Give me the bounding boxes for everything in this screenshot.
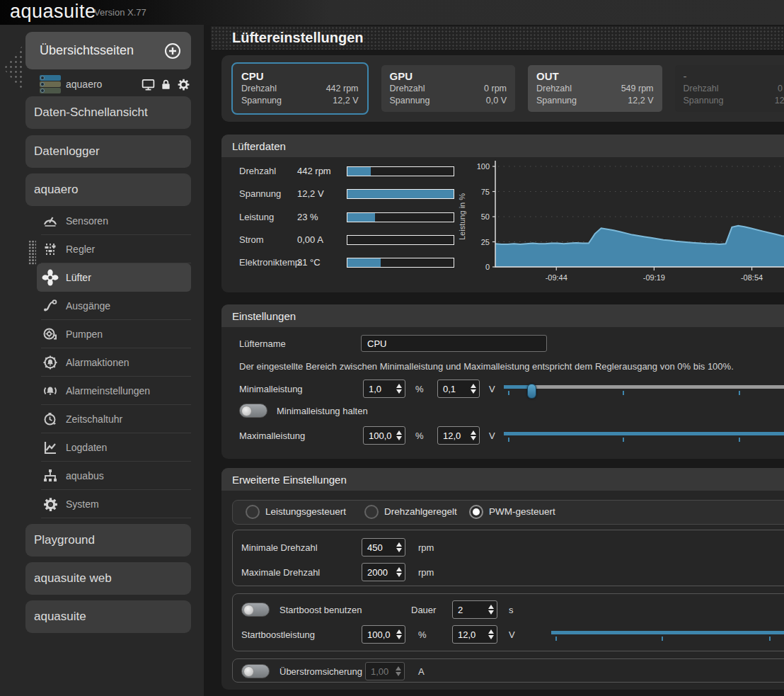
overcurrent-toggle[interactable] [241, 664, 270, 678]
min-power-slider[interactable] [504, 381, 784, 397]
fan-card-cpu[interactable]: CPU Drehzahl442 rpm Spannung12,2 V [231, 62, 369, 115]
value-bar [347, 258, 454, 268]
performance-chart: 0255075100-09:44-09:19-08:54Leistung in … [455, 157, 784, 292]
sidebar-item-quick-view[interactable]: Daten-Schnellansicht [25, 96, 191, 129]
max-rpm-label: Maximale Drehzahl [241, 567, 320, 578]
svg-text:-08:54: -08:54 [741, 273, 763, 282]
sidebar-item-overview-pages[interactable]: Übersichtsseiten [25, 32, 191, 69]
spinner-arrows[interactable] [485, 601, 497, 618]
settings-panel: Einstellungen Lüftername Der eingestellt… [221, 304, 784, 459]
sidebar-item-alarmaktionen[interactable]: Alarmaktionen [37, 348, 191, 377]
sidebar-item-playground[interactable]: Playground [25, 524, 191, 557]
fan-data-row: Drehzahl 442 rpm [221, 164, 462, 178]
fan-card-out[interactable]: OUT Drehzahl549 rpm Spannung12,2 V [528, 65, 662, 112]
sidebar-item-zeitschaltuhr[interactable]: Zeitschaltuhr [37, 405, 191, 433]
main-content: Lüftereinstellungen CPU Drehzahl442 rpm … [204, 25, 784, 696]
advanced-settings-panel: Erweiterte Einstellungen Leistungsgesteu… [221, 468, 784, 690]
plus-circle-icon [164, 42, 181, 59]
svg-text:0: 0 [485, 263, 490, 271]
radio-leistungsgesteuert[interactable] [246, 505, 260, 519]
overview-page-aquaero[interactable]: aquaero [25, 72, 191, 97]
sidebar-item-sensoren[interactable]: Sensoren [37, 207, 191, 235]
device-submenu: Sensoren Regler [37, 207, 191, 518]
fan-name-input[interactable] [361, 335, 547, 352]
line-chart-icon [41, 438, 59, 457]
timer-icon [41, 410, 59, 428]
fan-data-panel: Lüfterdaten Drehzahl 442 rpm Spannung 12… [221, 135, 784, 292]
svg-text:50: 50 [481, 212, 490, 221]
sidebar-item-pumpen[interactable]: Pumpen [37, 320, 191, 348]
bell-waves-icon [41, 382, 59, 400]
fan-icon [41, 268, 59, 287]
spinner-arrows[interactable] [393, 427, 405, 444]
radio-pwm-gesteuert[interactable] [469, 505, 483, 519]
value-bar [347, 212, 454, 222]
radio-drehzahlgeregelt[interactable] [364, 505, 379, 519]
max-power-volt-spinner[interactable]: 12,0 [437, 426, 480, 445]
page-title-bar: Lüftereinstellungen [211, 26, 784, 50]
startboost-toggle[interactable] [241, 603, 270, 617]
fan-card-unused[interactable]: - Drehzahl0 rpm Spannung12,1 V [675, 65, 784, 112]
spinner-arrows[interactable] [485, 626, 497, 643]
sidebar-item-luefter[interactable]: Lüfter [37, 263, 191, 292]
bell-gear-icon [41, 353, 59, 372]
min-power-volt-spinner[interactable]: 0,1 [437, 380, 480, 398]
sidebar-item-regler[interactable]: Regler [37, 235, 191, 263]
sidebar-item-aquasuite[interactable]: aquasuite [25, 600, 191, 633]
spinner-arrows [393, 663, 404, 680]
min-rpm-spinner[interactable]: 450 [362, 538, 405, 557]
value-bar [347, 235, 454, 245]
sidebar-item-alarmeinstellungen[interactable]: Alarmeinstellungen [37, 377, 191, 405]
sidebar-item-aquasuite-web[interactable]: aquasuite web [25, 562, 191, 595]
startboost-volt-spinner[interactable]: 12,0 [452, 625, 497, 644]
fan-selector-strip: CPU Drehzahl442 rpm Spannung12,2 V GPU D… [221, 55, 784, 122]
min-power-percent-spinner[interactable]: 1,0 [363, 380, 405, 398]
overcurrent-spinner[interactable]: 1,00 [365, 662, 405, 680]
sidebar-item-datalogger[interactable]: Datenlogger [25, 135, 191, 168]
fan-data-row: Strom 0,00 A [221, 233, 462, 247]
sidebar-item-ausgaenge[interactable]: Ausgänge [37, 292, 191, 320]
advanced-settings-header: Erweiterte Einstellungen [221, 468, 784, 491]
svg-text:-09:44: -09:44 [546, 273, 567, 282]
top-bar: aquasuite Version X.77 [0, 0, 784, 25]
fan-data-row: Spannung 12,2 V [221, 187, 462, 201]
spinner-arrows[interactable] [393, 380, 405, 397]
sidebar-item-logdaten[interactable]: Logdaten [37, 433, 191, 462]
spinner-arrows[interactable] [393, 564, 405, 581]
spinner-arrows[interactable] [393, 626, 405, 643]
app-logo: aquasuite [10, 1, 96, 23]
fan-data-header: Lüfterdaten [221, 135, 784, 157]
max-power-slider[interactable] [504, 428, 784, 443]
fan-card-gpu[interactable]: GPU Drehzahl0 rpm Spannung0,0 V [381, 65, 516, 112]
gauge-icon [41, 212, 59, 230]
max-rpm-spinner[interactable]: 2000 [362, 563, 405, 581]
duration-spinner[interactable]: 2 [452, 600, 497, 619]
decorative-dot-arrow [4, 45, 23, 93]
selected-item-dots-indicator [28, 240, 36, 266]
lock-icon[interactable] [159, 78, 173, 91]
range-description: Der eingestellte Bereich zwischen Minima… [239, 361, 734, 372]
startboost-power-label: Startboostleistung [241, 629, 315, 640]
startboost-slider[interactable] [551, 627, 784, 642]
settings-header: Einstellungen [221, 304, 784, 327]
sidebar-item-aquabus[interactable]: aquabus [37, 462, 191, 490]
hold-min-power-toggle[interactable] [239, 404, 267, 418]
sidebar-item-aquaero-device[interactable]: aquaero [25, 173, 191, 206]
spinner-arrows[interactable] [468, 427, 479, 444]
sliders-icon [41, 240, 59, 258]
duration-label: Dauer [411, 605, 436, 615]
slider-thumb[interactable] [527, 384, 536, 399]
spinner-arrows[interactable] [393, 539, 405, 556]
max-power-percent-spinner[interactable]: 100,0 [363, 426, 405, 445]
monitor-icon[interactable] [141, 77, 156, 92]
startboost-percent-spinner[interactable]: 100,0 [362, 625, 405, 644]
startboost-group: Startboost benutzen Dauer 2 s Startboost… [232, 593, 784, 651]
svg-text:100: 100 [477, 162, 490, 171]
sidebar-item-system[interactable]: System [37, 490, 191, 518]
gear-icon [41, 495, 59, 513]
value-bar [347, 189, 454, 199]
spinner-arrows[interactable] [468, 380, 479, 397]
gear-icon[interactable] [176, 77, 191, 92]
add-overview-page-button[interactable] [164, 42, 181, 59]
aquasuite-window: aquasuite Version X.77 Übersichtsseiten … [0, 0, 784, 696]
